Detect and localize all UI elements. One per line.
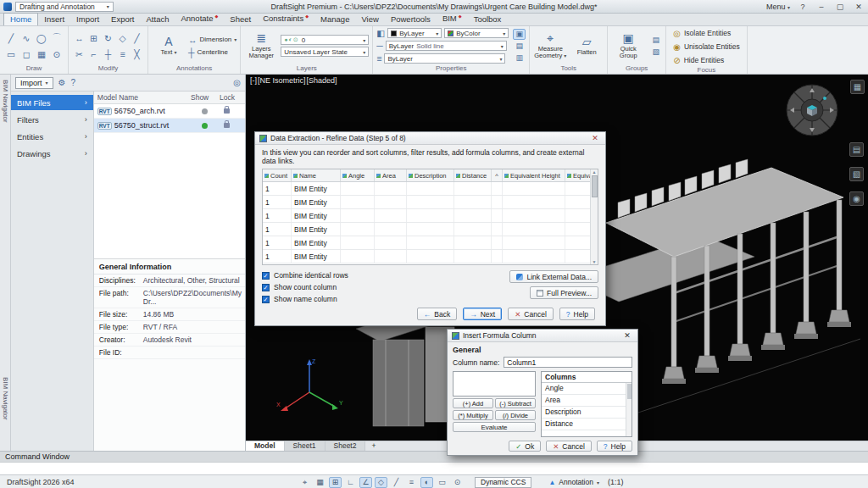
measure-geometry-button[interactable]: ⌖ Measure Geometry ▾ [533,32,567,60]
table-scrollbar[interactable]: ▲ ▼ [590,169,598,264]
match-properties-icon[interactable]: ▣ [513,29,526,40]
isolate-entities-button[interactable]: ◎ Isolate Entities [670,27,743,39]
viewport-control-view[interactable]: [NE Isometric] [258,76,306,85]
ribbon-tab[interactable]: Import [70,14,105,25]
column-lock[interactable]: Lock [220,93,245,102]
table-row[interactable]: 1 BIM Entity [263,223,598,236]
dialog-titlebar[interactable]: Data Extraction - Refine Data (Step 5 of… [255,132,605,145]
unisolate-entities-button[interactable]: ◉ Unisolate Entities [670,41,743,53]
command-window-titlebar[interactable]: Command Window [0,451,868,462]
column-name-input[interactable]: Column1 [504,357,632,368]
dynamic-ccs-button[interactable]: Dynamic CCS [475,477,531,488]
command-input[interactable] [0,462,868,474]
link-external-data-button[interactable]: Link External Data... [509,270,598,283]
menu-button[interactable]: Menu ▾ [766,3,790,11]
formula-input[interactable] [453,371,536,396]
sheet-tab[interactable]: Sheet1 [285,441,326,451]
gear-icon[interactable]: ⚙ [58,78,66,87]
column-header[interactable]: Equival [565,169,590,181]
column-header[interactable]: Count [263,169,292,181]
hide-entities-button[interactable]: ⊘ Hide Entities [670,54,743,66]
circle-icon[interactable]: ◯ [34,30,49,46]
bim-nav-item[interactable]: Filters › [11,112,93,127]
pointer-icon[interactable]: ⌖ [298,477,311,488]
properties-panel-icon[interactable]: ▤ [513,41,526,52]
dimension-button[interactable]: ↔ Dimension ▾ [188,34,236,45]
close-icon[interactable]: ✕ [621,331,633,340]
dialog-titlebar[interactable]: Insert Formula Column ✕ [448,330,637,342]
table-row[interactable]: 1 BIM Entity [263,209,598,223]
quick-input-icon[interactable]: ▭ [436,477,448,488]
bim-nav-item[interactable]: Entities › [11,129,93,144]
help-icon[interactable]: ? [71,78,76,87]
model-row[interactable]: RVT 56750_arch.rvt [94,104,245,119]
linestyle-dropdown[interactable]: ByLayer Solid line ▾ [386,41,507,51]
ribbon-tab[interactable]: Home [3,13,38,25]
annotation-scale-button[interactable]: ▲ Annotation ▾ [542,477,605,488]
annotation-scale-value[interactable]: (1:1) [608,478,624,486]
ungroup-icon[interactable]: ▧ [649,47,662,58]
ribbon-tab[interactable]: Annotate [175,13,224,25]
orbit-icon[interactable]: ◉ [849,191,864,206]
column-list-item[interactable]: Angle [542,383,632,395]
sheet-tab[interactable]: Sheet2 [326,441,366,451]
zoom-icon[interactable]: ▧ [849,167,864,181]
visibility-dot[interactable] [202,123,208,129]
column-header[interactable]: Description [407,169,454,181]
viewport-settings-icon[interactable]: ▦ [850,80,865,94]
minimize-button[interactable]: – [815,3,827,11]
line-color-dropdown[interactable]: ByLayer ▾ [387,28,442,38]
ribbon-tab[interactable]: Constraints [257,13,314,25]
explode-icon[interactable]: ╳ [130,46,144,62]
ribbon-tab[interactable]: Powertools [385,14,437,25]
help-button[interactable]: ?Help [597,441,632,452]
table-row[interactable]: 1 BIM Entity [263,250,598,263]
line-icon[interactable]: ╱ [3,30,19,46]
table-row[interactable]: 1 BIM Entity [263,182,598,196]
bycolor-dropdown[interactable]: ByColor ▾ [444,28,509,38]
ribbon-tab[interactable]: Insert [38,14,70,25]
entity-snap-icon[interactable]: ▥ [513,53,526,64]
grid-icon[interactable]: ▦ [314,477,326,488]
stretch-icon[interactable]: ┼ [101,46,115,62]
copy-icon[interactable]: ⊞ [86,30,101,46]
flatten-button[interactable]: ▱ Flatten [570,36,604,56]
column-header[interactable]: Name [292,169,341,181]
multiply-button[interactable]: (*) Multiply [453,410,493,420]
full-preview-button[interactable]: Full Preview... [530,286,598,299]
ribbon-tab[interactable]: Toolbox [468,14,508,25]
import-button[interactable]: Import ▾ [15,77,53,89]
divide-button[interactable]: (/) Divide [495,410,536,420]
pattern-icon[interactable]: ≡ [115,46,130,62]
column-header[interactable]: Area [375,169,407,181]
layers-manager-button[interactable]: ≣ Layers Manager [244,32,278,60]
new-sheet-button[interactable]: + [365,441,381,451]
snap-icon[interactable]: ⊞ [329,477,342,488]
workspace-selector[interactable]: Drafting and Annotation ▾ [15,2,114,12]
navigation-wheel[interactable] [785,83,839,137]
back-button[interactable]: ←Back [417,308,457,320]
help-button[interactable]: ?Help [559,308,595,320]
transparency-icon[interactable]: ◐ [420,477,433,488]
lock-icon[interactable] [224,123,230,128]
hatch-icon[interactable]: ▦ [34,46,49,62]
checkbox[interactable]: ✓ [262,272,270,280]
columns-scrollbar[interactable] [626,383,632,436]
ok-button[interactable]: ✓Ok [509,441,541,452]
viewport-control-minimize[interactable]: [-] [250,76,257,85]
polyline-icon[interactable]: ∿ [19,30,34,46]
checkbox-row[interactable]: ✓ Show name column [262,294,348,304]
model-row[interactable]: RVT 56750_struct.rvt [94,119,245,133]
cancel-button[interactable]: ✕Cancel [546,441,592,452]
ribbon-tab[interactable]: BIM [437,13,468,25]
esnap-icon[interactable]: ◇ [375,477,387,488]
move-icon[interactable]: ↔ [72,30,86,46]
lineweight-icon[interactable]: ≡ [376,53,381,64]
lineweight-icon[interactable]: ≡ [405,477,418,488]
column-list-item[interactable]: Description [542,407,632,419]
rotate-icon[interactable]: ↻ [101,30,115,46]
add-button[interactable]: (+) Add [453,398,493,408]
lineweight-dropdown[interactable]: ByLayer ▾ [384,53,505,64]
ccs-icon[interactable]: ⊙ [451,477,464,488]
ribbon-tab[interactable]: View [355,14,384,25]
